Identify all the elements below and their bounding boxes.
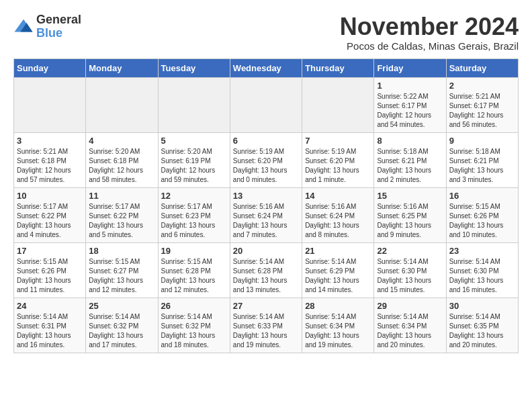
day-info: Sunrise: 5:16 AM Sunset: 6:24 PM Dayligh… xyxy=(233,202,299,240)
day-number: 4 xyxy=(89,136,154,146)
title-block: November 2024 Pocos de Caldas, Minas Ger… xyxy=(340,13,519,52)
day-info: Sunrise: 5:14 AM Sunset: 6:30 PM Dayligh… xyxy=(449,257,515,295)
day-number: 8 xyxy=(377,136,443,146)
calendar-cell: 26Sunrise: 5:14 AM Sunset: 6:32 PM Dayli… xyxy=(158,298,230,353)
day-number: 19 xyxy=(161,246,227,256)
day-number: 21 xyxy=(305,246,371,256)
day-number: 20 xyxy=(233,246,299,256)
day-number: 16 xyxy=(449,191,515,201)
calendar-cell: 8Sunrise: 5:18 AM Sunset: 6:21 PM Daylig… xyxy=(374,132,446,187)
day-info: Sunrise: 5:19 AM Sunset: 6:20 PM Dayligh… xyxy=(233,147,299,185)
calendar-header-wednesday: Wednesday xyxy=(230,58,302,77)
day-info: Sunrise: 5:14 AM Sunset: 6:33 PM Dayligh… xyxy=(233,312,299,350)
logo: General Blue xyxy=(13,13,81,40)
day-info: Sunrise: 5:16 AM Sunset: 6:25 PM Dayligh… xyxy=(377,202,443,240)
day-info: Sunrise: 5:22 AM Sunset: 6:17 PM Dayligh… xyxy=(377,92,443,130)
day-info: Sunrise: 5:15 AM Sunset: 6:26 PM Dayligh… xyxy=(17,257,83,295)
day-number: 12 xyxy=(161,191,227,201)
calendar-cell: 10Sunrise: 5:17 AM Sunset: 6:22 PM Dayli… xyxy=(14,187,86,242)
day-number: 13 xyxy=(233,191,299,201)
day-number: 26 xyxy=(161,301,227,311)
day-info: Sunrise: 5:19 AM Sunset: 6:20 PM Dayligh… xyxy=(305,147,371,185)
calendar-cell: 18Sunrise: 5:15 AM Sunset: 6:27 PM Dayli… xyxy=(86,242,158,298)
calendar-cell xyxy=(14,77,86,132)
day-info: Sunrise: 5:14 AM Sunset: 6:29 PM Dayligh… xyxy=(305,257,371,295)
day-number: 29 xyxy=(377,301,443,311)
day-number: 28 xyxy=(305,301,371,311)
calendar-week-4: 17Sunrise: 5:15 AM Sunset: 6:26 PM Dayli… xyxy=(14,242,519,298)
day-number: 10 xyxy=(17,191,83,201)
day-number: 6 xyxy=(233,136,299,146)
day-number: 5 xyxy=(161,136,227,146)
page-header: General Blue November 2024 Pocos de Cald… xyxy=(13,13,519,52)
calendar-cell: 1Sunrise: 5:22 AM Sunset: 6:17 PM Daylig… xyxy=(374,77,446,132)
day-info: Sunrise: 5:14 AM Sunset: 6:32 PM Dayligh… xyxy=(89,312,154,350)
day-info: Sunrise: 5:20 AM Sunset: 6:18 PM Dayligh… xyxy=(89,147,154,185)
calendar-cell: 15Sunrise: 5:16 AM Sunset: 6:25 PM Dayli… xyxy=(374,187,446,242)
calendar-cell: 16Sunrise: 5:15 AM Sunset: 6:26 PM Dayli… xyxy=(446,187,518,242)
calendar-cell xyxy=(86,77,158,132)
logo-icon xyxy=(13,17,34,37)
day-number: 2 xyxy=(449,81,515,91)
calendar-cell: 23Sunrise: 5:14 AM Sunset: 6:30 PM Dayli… xyxy=(446,242,518,298)
day-number: 14 xyxy=(305,191,371,201)
day-info: Sunrise: 5:14 AM Sunset: 6:31 PM Dayligh… xyxy=(17,312,83,350)
day-info: Sunrise: 5:21 AM Sunset: 6:17 PM Dayligh… xyxy=(449,92,515,130)
day-info: Sunrise: 5:15 AM Sunset: 6:27 PM Dayligh… xyxy=(89,257,154,295)
location-subtitle: Pocos de Caldas, Minas Gerais, Brazil xyxy=(340,40,519,52)
day-number: 23 xyxy=(449,246,515,256)
calendar-cell: 6Sunrise: 5:19 AM Sunset: 6:20 PM Daylig… xyxy=(230,132,302,187)
day-number: 25 xyxy=(89,301,154,311)
calendar-table: SundayMondayTuesdayWednesdayThursdayFrid… xyxy=(13,58,519,353)
day-info: Sunrise: 5:18 AM Sunset: 6:21 PM Dayligh… xyxy=(377,147,443,185)
day-number: 18 xyxy=(89,246,154,256)
calendar-cell: 13Sunrise: 5:16 AM Sunset: 6:24 PM Dayli… xyxy=(230,187,302,242)
calendar-cell: 17Sunrise: 5:15 AM Sunset: 6:26 PM Dayli… xyxy=(14,242,86,298)
day-info: Sunrise: 5:16 AM Sunset: 6:24 PM Dayligh… xyxy=(305,202,371,240)
calendar-cell: 29Sunrise: 5:14 AM Sunset: 6:34 PM Dayli… xyxy=(374,298,446,353)
day-number: 1 xyxy=(377,81,443,91)
day-info: Sunrise: 5:14 AM Sunset: 6:30 PM Dayligh… xyxy=(377,257,443,295)
calendar-cell: 3Sunrise: 5:21 AM Sunset: 6:18 PM Daylig… xyxy=(14,132,86,187)
day-info: Sunrise: 5:14 AM Sunset: 6:34 PM Dayligh… xyxy=(377,312,443,350)
day-number: 9 xyxy=(449,136,515,146)
day-info: Sunrise: 5:20 AM Sunset: 6:19 PM Dayligh… xyxy=(161,147,227,185)
day-number: 24 xyxy=(17,301,83,311)
month-title: November 2024 xyxy=(340,13,519,40)
calendar-cell: 4Sunrise: 5:20 AM Sunset: 6:18 PM Daylig… xyxy=(86,132,158,187)
day-number: 30 xyxy=(449,301,515,311)
day-info: Sunrise: 5:15 AM Sunset: 6:26 PM Dayligh… xyxy=(449,202,515,240)
day-info: Sunrise: 5:14 AM Sunset: 6:28 PM Dayligh… xyxy=(233,257,299,295)
day-info: Sunrise: 5:17 AM Sunset: 6:23 PM Dayligh… xyxy=(161,202,227,240)
calendar-cell: 22Sunrise: 5:14 AM Sunset: 6:30 PM Dayli… xyxy=(374,242,446,298)
calendar-week-1: 1Sunrise: 5:22 AM Sunset: 6:17 PM Daylig… xyxy=(14,77,519,132)
day-info: Sunrise: 5:14 AM Sunset: 6:35 PM Dayligh… xyxy=(449,312,515,350)
calendar-cell: 11Sunrise: 5:17 AM Sunset: 6:22 PM Dayli… xyxy=(86,187,158,242)
calendar-cell: 27Sunrise: 5:14 AM Sunset: 6:33 PM Dayli… xyxy=(230,298,302,353)
calendar-cell: 21Sunrise: 5:14 AM Sunset: 6:29 PM Dayli… xyxy=(302,242,374,298)
logo-general-text: General xyxy=(36,13,81,26)
calendar-cell: 5Sunrise: 5:20 AM Sunset: 6:19 PM Daylig… xyxy=(158,132,230,187)
calendar-cell: 2Sunrise: 5:21 AM Sunset: 6:17 PM Daylig… xyxy=(446,77,518,132)
day-info: Sunrise: 5:17 AM Sunset: 6:22 PM Dayligh… xyxy=(89,202,154,240)
calendar-cell: 19Sunrise: 5:15 AM Sunset: 6:28 PM Dayli… xyxy=(158,242,230,298)
day-number: 17 xyxy=(17,246,83,256)
calendar-cell: 12Sunrise: 5:17 AM Sunset: 6:23 PM Dayli… xyxy=(158,187,230,242)
calendar-week-3: 10Sunrise: 5:17 AM Sunset: 6:22 PM Dayli… xyxy=(14,187,519,242)
day-number: 11 xyxy=(89,191,154,201)
calendar-cell xyxy=(158,77,230,132)
day-info: Sunrise: 5:15 AM Sunset: 6:28 PM Dayligh… xyxy=(161,257,227,295)
calendar-header-monday: Monday xyxy=(86,58,158,77)
calendar-cell: 7Sunrise: 5:19 AM Sunset: 6:20 PM Daylig… xyxy=(302,132,374,187)
calendar-header-sunday: Sunday xyxy=(14,58,86,77)
calendar-header-saturday: Saturday xyxy=(446,58,518,77)
calendar-cell: 14Sunrise: 5:16 AM Sunset: 6:24 PM Dayli… xyxy=(302,187,374,242)
day-info: Sunrise: 5:17 AM Sunset: 6:22 PM Dayligh… xyxy=(17,202,83,240)
day-info: Sunrise: 5:14 AM Sunset: 6:32 PM Dayligh… xyxy=(161,312,227,350)
day-number: 3 xyxy=(17,136,83,146)
day-info: Sunrise: 5:18 AM Sunset: 6:21 PM Dayligh… xyxy=(449,147,515,185)
calendar-header-row: SundayMondayTuesdayWednesdayThursdayFrid… xyxy=(14,58,519,77)
calendar-cell xyxy=(230,77,302,132)
calendar-cell: 24Sunrise: 5:14 AM Sunset: 6:31 PM Dayli… xyxy=(14,298,86,353)
calendar-cell: 30Sunrise: 5:14 AM Sunset: 6:35 PM Dayli… xyxy=(446,298,518,353)
